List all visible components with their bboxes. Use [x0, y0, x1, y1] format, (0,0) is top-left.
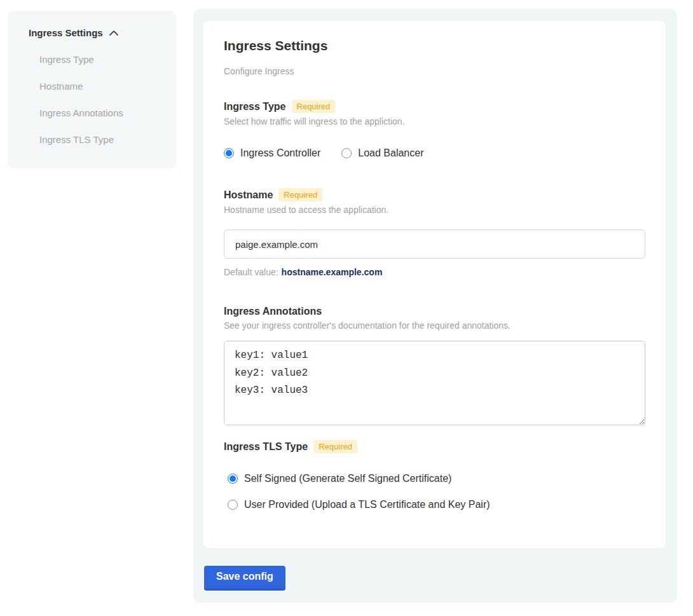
radio-label: Self Signed (Generate Self Signed Certif…	[244, 472, 451, 486]
hostname-label: Hostname	[224, 189, 273, 201]
radio-icon	[228, 474, 238, 484]
radio-label: Load Balancer	[358, 146, 423, 160]
ingress-annotations-label: Ingress Annotations	[224, 305, 322, 317]
save-config-button[interactable]: Save config	[204, 566, 285, 591]
sidebar-group-ingress-settings[interactable]: Ingress Settings	[29, 27, 163, 38]
radio-option-ingress-controller[interactable]: Ingress Controller	[224, 146, 320, 160]
hostname-input[interactable]	[224, 229, 645, 259]
required-badge: Required	[292, 100, 336, 113]
ingress-tls-type-label: Ingress TLS Type	[224, 441, 308, 453]
page-title: Ingress Settings	[224, 38, 645, 53]
radio-label: User Provided (Upload a TLS Certificate …	[244, 498, 490, 512]
radio-option-self-signed[interactable]: Self Signed (Generate Self Signed Certif…	[228, 472, 645, 486]
radio-option-user-provided[interactable]: User Provided (Upload a TLS Certificate …	[228, 498, 645, 512]
hostname-default-line: Default value:hostname.example.com	[224, 267, 645, 278]
ingress-type-label: Ingress Type	[224, 100, 286, 113]
sidebar-item-ingress-tls-type[interactable]: Ingress TLS Type	[39, 134, 163, 145]
ingress-tls-type-options: Self Signed (Generate Self Signed Certif…	[224, 472, 645, 512]
section-hostname: Hostname Required Hostname used to acces…	[224, 188, 645, 278]
section-ingress-annotations: Ingress Annotations See your ingress con…	[224, 305, 645, 425]
radio-icon	[224, 148, 234, 158]
ingress-type-options: Ingress Controller Load Balancer	[224, 146, 645, 160]
section-ingress-type: Ingress Type Required Select how traffic…	[224, 100, 645, 160]
ingress-annotations-help: See your ingress controller's documentat…	[224, 320, 645, 331]
radio-label: Ingress Controller	[240, 146, 320, 160]
config-panel: Ingress Settings Configure Ingress Ingre…	[193, 9, 677, 603]
sidebar-item-ingress-type[interactable]: Ingress Type	[39, 54, 163, 65]
radio-icon	[228, 500, 238, 510]
radio-icon	[341, 148, 352, 158]
page-subtitle: Configure Ingress	[224, 66, 645, 77]
sidebar-item-ingress-annotations[interactable]: Ingress Annotations	[39, 107, 163, 118]
sidebar-item-hostname[interactable]: Hostname	[39, 81, 163, 92]
radio-option-load-balancer[interactable]: Load Balancer	[341, 146, 423, 160]
config-nav-sidebar: Ingress Settings Ingress Type Hostname I…	[8, 11, 176, 168]
default-value: hostname.example.com	[282, 267, 383, 277]
default-value-prefix: Default value:	[224, 267, 278, 277]
required-badge: Required	[278, 188, 322, 202]
ingress-annotations-textarea[interactable]: key1: value1 key2: value2 key3: value3	[224, 341, 645, 425]
section-ingress-tls-type: Ingress TLS Type Required Self Signed (G…	[224, 440, 645, 512]
sidebar-group-label: Ingress Settings	[29, 27, 103, 38]
chevron-up-icon	[109, 30, 119, 36]
required-badge: Required	[313, 440, 357, 453]
config-card: Ingress Settings Configure Ingress Ingre…	[203, 21, 666, 549]
hostname-help: Hostname used to access the application.	[224, 205, 645, 216]
sidebar-nav: Ingress Type Hostname Ingress Annotation…	[29, 54, 163, 145]
ingress-type-help: Select how traffic will ingress to the a…	[224, 116, 645, 127]
